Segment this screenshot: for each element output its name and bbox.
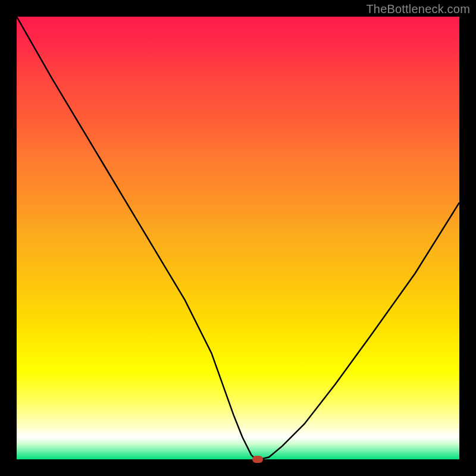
- chart-container: TheBottleneck.com: [0, 0, 476, 476]
- bottleneck-curve: [17, 17, 459, 459]
- plot-gradient-area: [17, 17, 459, 459]
- optimal-point-marker: [252, 456, 263, 463]
- attribution-text: TheBottleneck.com: [366, 2, 470, 16]
